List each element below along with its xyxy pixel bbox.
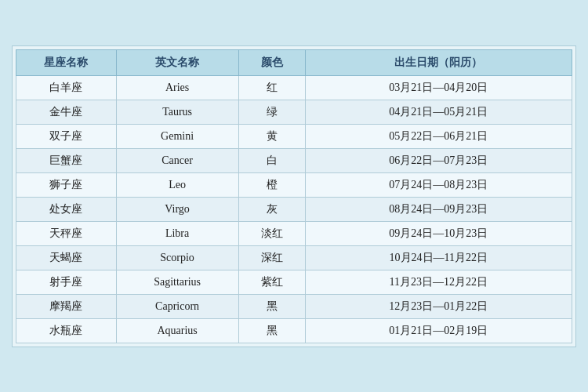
cell-color: 淡红 — [238, 221, 305, 245]
cell-date: 07月24日—08月23日 — [305, 172, 572, 197]
header-date: 出生日期（阳历） — [305, 49, 572, 75]
cell-english: Gemini — [116, 124, 238, 148]
cell-chinese: 天秤座 — [16, 221, 117, 245]
table-row: 射手座Sagittarius紫红11月23日—12月22日 — [16, 270, 572, 294]
cell-chinese: 摩羯座 — [16, 294, 117, 318]
cell-english: Scorpio — [116, 245, 238, 270]
cell-chinese: 天蝎座 — [16, 245, 117, 270]
table-row: 摩羯座Capricorn黑12月23日—01月22日 — [16, 294, 572, 318]
cell-date: 12月23日—01月22日 — [305, 294, 572, 318]
table-row: 双子座Gemini黄05月22日—06月21日 — [16, 124, 572, 148]
cell-chinese: 巨蟹座 — [16, 148, 117, 172]
cell-english: Virgo — [116, 197, 238, 221]
table-row: 狮子座Leo橙07月24日—08月23日 — [16, 172, 572, 197]
cell-color: 白 — [238, 148, 305, 172]
cell-color: 灰 — [238, 197, 305, 221]
cell-color: 红 — [238, 75, 305, 100]
cell-color: 橙 — [238, 172, 305, 197]
cell-chinese: 射手座 — [16, 270, 117, 294]
table-row: 处女座Virgo灰08月24日—09月23日 — [16, 197, 572, 221]
cell-date: 08月24日—09月23日 — [305, 197, 572, 221]
table-row: 金牛座Taurus绿04月21日—05月21日 — [16, 100, 572, 124]
cell-english: Capricorn — [116, 294, 238, 318]
cell-date: 10月24日—11月22日 — [305, 245, 572, 270]
cell-date: 04月21日—05月21日 — [305, 100, 572, 124]
cell-chinese: 处女座 — [16, 197, 117, 221]
cell-english: Aries — [116, 75, 238, 100]
header-color: 颜色 — [238, 49, 305, 75]
cell-chinese: 白羊座 — [16, 75, 117, 100]
cell-date: 01月21日—02月19日 — [305, 318, 572, 343]
table-row: 巨蟹座Cancer白06月22日—07月23日 — [16, 148, 572, 172]
cell-date: 05月22日—06月21日 — [305, 124, 572, 148]
table-row: 天秤座Libra淡红09月24日—10月23日 — [16, 221, 572, 245]
cell-color: 黄 — [238, 124, 305, 148]
cell-color: 紫红 — [238, 270, 305, 294]
cell-english: Taurus — [116, 100, 238, 124]
cell-date: 06月22日—07月23日 — [305, 148, 572, 172]
table-row: 水瓶座Aquarius黑01月21日—02月19日 — [16, 318, 572, 343]
cell-english: Libra — [116, 221, 238, 245]
header-chinese: 星座名称 — [16, 49, 117, 75]
table-header-row: 星座名称 英文名称 颜色 出生日期（阳历） — [16, 49, 572, 75]
cell-date: 09月24日—10月23日 — [305, 221, 572, 245]
cell-chinese: 双子座 — [16, 124, 117, 148]
cell-color: 深红 — [238, 245, 305, 270]
cell-date: 11月23日—12月22日 — [305, 270, 572, 294]
cell-english: Aquarius — [116, 318, 238, 343]
table-row: 天蝎座Scorpio深红10月24日—11月22日 — [16, 245, 572, 270]
cell-color: 黑 — [238, 294, 305, 318]
cell-english: Leo — [116, 172, 238, 197]
header-english: 英文名称 — [116, 49, 238, 75]
zodiac-table: 星座名称 英文名称 颜色 出生日期（阳历） 白羊座Aries红03月21日—04… — [16, 49, 572, 343]
cell-date: 03月21日—04月20日 — [305, 75, 572, 100]
cell-english: Sagittarius — [116, 270, 238, 294]
zodiac-table-container: 星座名称 英文名称 颜色 出生日期（阳历） 白羊座Aries红03月21日—04… — [12, 45, 576, 347]
cell-english: Cancer — [116, 148, 238, 172]
cell-color: 黑 — [238, 318, 305, 343]
cell-chinese: 狮子座 — [16, 172, 117, 197]
cell-chinese: 金牛座 — [16, 100, 117, 124]
table-row: 白羊座Aries红03月21日—04月20日 — [16, 75, 572, 100]
cell-color: 绿 — [238, 100, 305, 124]
cell-chinese: 水瓶座 — [16, 318, 117, 343]
